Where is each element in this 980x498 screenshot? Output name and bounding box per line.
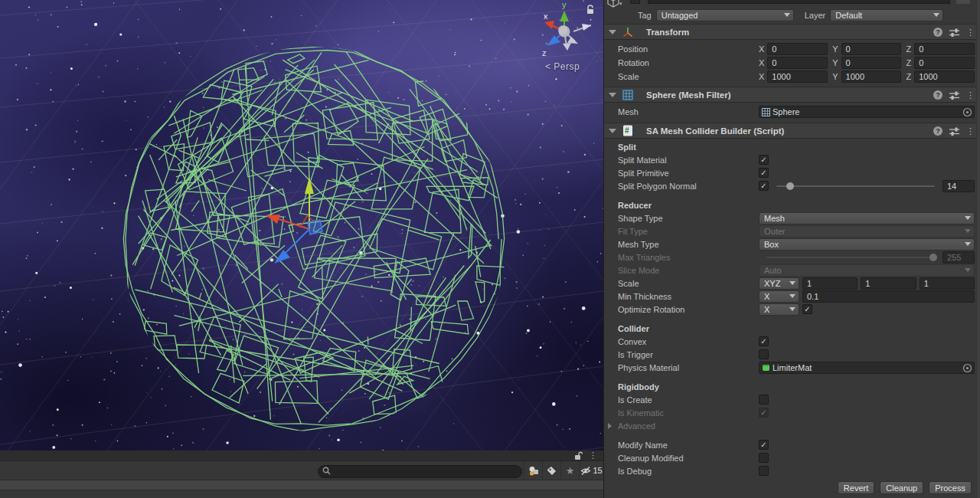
max-triangles-slider-handle[interactable] (929, 254, 937, 261)
split-polygon-normal-slider[interactable] (776, 185, 935, 187)
foldout-collapsed-icon[interactable] (608, 423, 612, 429)
search-field[interactable] (318, 464, 522, 477)
row-max-triangles: Max Triangles255 (604, 251, 980, 264)
help-icon[interactable]: ? (933, 28, 942, 37)
foldout-icon[interactable] (609, 93, 616, 97)
script-header[interactable]: # SA Mesh Collider Builder (Script) ? ⋮ (604, 123, 980, 139)
scale-field-0[interactable]: 1 (802, 277, 858, 290)
cleanup-button[interactable]: Cleanup (880, 481, 923, 494)
cleanup-modified-checkbox[interactable] (759, 453, 769, 463)
is-create-checkbox[interactable] (759, 395, 769, 405)
object-picker-icon[interactable] (962, 363, 972, 375)
transform-header[interactable]: Transform ? ⋮ (604, 24, 980, 40)
shapes-icon (528, 466, 539, 476)
position-z-field[interactable]: 0 (914, 43, 975, 55)
scale-y-field[interactable]: 1000 (841, 70, 902, 83)
position-x-field[interactable]: 0 (767, 43, 828, 55)
row-split-polygon-normal: Split Polygon Normal✓14 (604, 179, 980, 192)
min-thickness-field[interactable]: 0.1 (802, 290, 975, 303)
object-picker-icon[interactable] (962, 107, 972, 119)
name-field-partial[interactable] (648, 0, 950, 4)
preset-icon[interactable] (949, 127, 959, 136)
is-kinematic-checkbox[interactable]: ✓ (759, 408, 769, 418)
split-polygon-normal-checkbox[interactable]: ✓ (759, 181, 769, 191)
split-polygon-normal-slider-handle[interactable] (786, 182, 794, 190)
split-primitive-checkbox[interactable]: ✓ (759, 168, 769, 178)
scale-field-1[interactable]: 1 (861, 277, 916, 290)
min-thickness-axis-dropdown[interactable]: X (759, 290, 799, 303)
script-icon: # (622, 125, 634, 137)
row-modify-name: Modify Name✓ (604, 438, 980, 451)
filter-by-type-button[interactable] (524, 461, 542, 480)
layer-value: Default (835, 11, 862, 20)
slice-mode-dropdown[interactable]: Auto (759, 264, 975, 277)
scale-z-field[interactable]: 1000 (914, 70, 975, 83)
mesh-object-field[interactable]: Sphere (759, 106, 975, 118)
row-label: Position (618, 44, 759, 54)
panel-menu-icon[interactable]: ⋮ (589, 451, 597, 460)
scene-visibility-button[interactable]: 15 (579, 461, 603, 480)
component-title: Sphere (Mesh Filter) (646, 90, 731, 100)
section-gap (604, 432, 980, 438)
tag-dropdown[interactable]: Untagged (656, 9, 794, 21)
position-y-field[interactable]: 0 (841, 43, 902, 55)
preset-icon[interactable] (949, 91, 959, 100)
scene-lock-icon[interactable] (585, 5, 596, 15)
row-is-kinematic: Is Kinematic✓ (604, 406, 980, 419)
axis-label-y[interactable]: y (562, 0, 567, 9)
max-triangles-slider[interactable] (766, 257, 935, 258)
convex-checkbox[interactable]: ✓ (759, 336, 769, 346)
rotation-x-field[interactable]: 0 (767, 57, 828, 69)
foldout-icon[interactable] (609, 30, 616, 34)
optimize-rotation-axis-dropdown[interactable]: X (759, 303, 799, 316)
is-debug-checkbox[interactable] (759, 466, 769, 476)
axis-prefix: X (759, 58, 764, 67)
fit-type-dropdown[interactable]: Outer (759, 225, 975, 238)
max-triangles-value-field[interactable]: 255 (942, 251, 975, 264)
layer-dropdown[interactable]: Default (830, 9, 943, 21)
help-icon[interactable]: ? (933, 126, 942, 136)
modify-name-checkbox[interactable]: ✓ (759, 440, 769, 450)
split-polygon-normal-value-field[interactable]: 14 (942, 180, 975, 192)
scale-axis-dropdown[interactable]: XYZ (759, 277, 799, 290)
rotation-z-field[interactable]: 0 (914, 57, 975, 69)
row-label: Split Polygon Normal (618, 182, 759, 191)
active-checkbox-partial[interactable] (630, 0, 640, 4)
mesh-type-dropdown[interactable]: Box (759, 238, 975, 251)
process-button[interactable]: Process (929, 481, 972, 494)
scale-x-field[interactable]: 1000 (767, 70, 828, 83)
preset-icon[interactable] (949, 28, 959, 37)
optimize-rotation-checkbox[interactable]: ✓ (802, 304, 812, 314)
split-material-checkbox[interactable]: ✓ (759, 155, 769, 165)
more-menu-icon[interactable]: ⋮ (966, 91, 975, 100)
foldout-icon[interactable] (609, 129, 616, 133)
section-header-label: Split (618, 143, 759, 152)
axis-label-z[interactable]: z (542, 48, 547, 57)
static-dropdown-partial[interactable] (956, 0, 970, 4)
mesh-filter-header[interactable]: Sphere (Mesh Filter) ? ⋮ (604, 87, 980, 103)
inspector-scrollbar[interactable] (976, 0, 980, 498)
scale-field-2[interactable]: 1 (920, 277, 975, 290)
move-gizmo[interactable] (0, 0, 603, 450)
more-menu-icon[interactable]: ⋮ (966, 127, 975, 136)
search-icon (322, 467, 331, 475)
help-icon[interactable]: ? (933, 90, 942, 100)
axis-prefix: X (759, 72, 764, 81)
scene-view[interactable]: y x z < Persp (0, 0, 603, 450)
shape-type-dropdown[interactable]: Mesh (759, 212, 975, 224)
filter-by-label-button[interactable] (542, 461, 560, 480)
is-trigger-checkbox[interactable] (759, 349, 769, 359)
row-label: Scale (618, 279, 759, 288)
transform-body: PositionX0Y0Z0RotationX0Y0Z0ScaleX1000Y1… (604, 40, 980, 84)
perspective-label[interactable]: < Persp (545, 61, 580, 72)
rotation-y-field[interactable]: 0 (841, 57, 902, 69)
row-label: Min Thickness (618, 292, 759, 301)
more-menu-icon[interactable]: ⋮ (966, 28, 975, 37)
physics-material-object-field[interactable]: LimiterMat (759, 362, 975, 374)
search-input[interactable] (318, 465, 522, 478)
icon-picker-arrow[interactable]: ▾ (619, 1, 622, 7)
axis-label-x[interactable]: x (544, 11, 548, 21)
panel-lock-icon[interactable] (573, 451, 583, 460)
favorites-button[interactable]: ★ (560, 461, 579, 480)
revert-button[interactable]: Revert (838, 481, 874, 494)
